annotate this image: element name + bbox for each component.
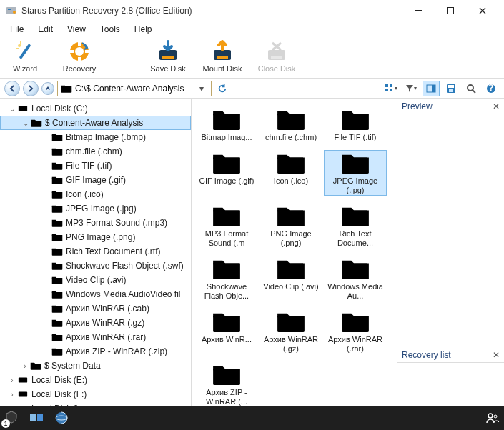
tree-item[interactable]: Архив WinRAR (.gz) xyxy=(0,316,191,330)
save-disk-label: Save Disk xyxy=(150,64,186,73)
recovery-button[interactable]: Recovery xyxy=(59,39,100,77)
people-icon[interactable] xyxy=(485,411,500,425)
folder-item[interactable]: File TIF (.tif) xyxy=(325,107,386,142)
tree-system-data[interactable]: ›$ System Data xyxy=(0,359,191,373)
taskbar-app-2[interactable] xyxy=(29,411,44,424)
svg-rect-3 xyxy=(8,9,11,10)
toolbar: Wizard Recovery Save Disk Mount Disk Clo… xyxy=(0,37,504,79)
folder-item[interactable]: Shockwave Flash Obje... xyxy=(196,256,257,301)
tree-item[interactable]: Bitmap Image (.bmp) xyxy=(0,130,191,144)
close-disk-button: Close Disk xyxy=(256,39,297,77)
tree-local-f[interactable]: ›Local Disk (F:) xyxy=(0,387,191,401)
taskbar[interactable]: 1 xyxy=(0,406,504,430)
tree-item[interactable]: MP3 Format Sound (.mp3) xyxy=(0,216,191,230)
svg-rect-14 xyxy=(85,50,89,53)
folder-item[interactable]: PNG Image (.png) xyxy=(260,204,322,248)
svg-point-38 xyxy=(494,415,497,418)
maximize-button[interactable] xyxy=(434,0,466,21)
folder-icon xyxy=(212,256,242,281)
taskbar-app-3[interactable] xyxy=(54,411,69,425)
tree-item[interactable]: Архив WinRAR (.rar) xyxy=(0,330,191,344)
menu-file[interactable]: File xyxy=(4,23,29,36)
address-input[interactable] xyxy=(75,84,195,94)
svg-rect-33 xyxy=(30,414,36,421)
tree-item[interactable]: JPEG Image (.jpg) xyxy=(0,201,191,216)
svg-point-37 xyxy=(488,414,493,418)
nav-forward-button[interactable] xyxy=(23,81,39,96)
view-options-button[interactable]: ▾ xyxy=(382,81,400,96)
svg-rect-6 xyxy=(447,7,453,14)
folder-item[interactable]: Windows Media Au... xyxy=(325,256,386,301)
preview-toggle-button[interactable] xyxy=(423,81,440,96)
tree-item[interactable]: Video Clip (.avi) xyxy=(0,273,191,287)
taskbar-app-1[interactable]: 1 xyxy=(4,410,19,426)
svg-rect-7 xyxy=(19,44,31,59)
folder-icon xyxy=(212,309,242,334)
tree-item[interactable]: chm.file (.chm) xyxy=(0,144,191,159)
folder-item[interactable]: Icon (.ico) xyxy=(260,151,322,195)
tree-item[interactable]: Rich Text Document (.rtf) xyxy=(0,244,191,259)
recovery-list-label: Recovery list xyxy=(402,350,451,360)
folder-item[interactable]: Архив WinRAR (.rar) xyxy=(325,309,386,354)
address-dropdown[interactable]: ▾ xyxy=(195,84,208,94)
save-layout-button[interactable] xyxy=(443,81,460,96)
recovery-list-close-icon[interactable]: ✕ xyxy=(493,350,500,360)
folder-item[interactable]: JPEG Image (.jpg) xyxy=(325,151,386,195)
tree-local-c[interactable]: ⌄Local Disk (C:) xyxy=(0,101,191,116)
folder-item[interactable]: Архив ZIP - WinRAR (... xyxy=(196,362,257,406)
content-view[interactable]: Bitmap Imag...chm.file (.chm)File TIF (.… xyxy=(192,99,397,406)
folder-item[interactable]: Архив WinR... xyxy=(196,309,257,354)
tree-item[interactable]: GIF Image (.gif) xyxy=(0,173,191,187)
tree-content-aware[interactable]: ⌄$ Content-Aware Analysis xyxy=(0,116,191,130)
folder-icon xyxy=(276,107,306,131)
tree-panel[interactable]: ⌄Local Disk (C:) ⌄$ Content-Aware Analys… xyxy=(0,99,192,406)
folder-icon xyxy=(340,151,370,175)
folder-icon xyxy=(340,204,370,228)
tree-item[interactable]: Архив ZIP - WinRAR (.zip) xyxy=(0,344,191,359)
folder-item[interactable]: Rich Text Docume... xyxy=(325,204,386,248)
folder-icon xyxy=(212,107,242,131)
menu-edit[interactable]: Edit xyxy=(32,23,59,36)
address-input-wrap[interactable]: ▾ xyxy=(57,81,212,96)
folder-item[interactable]: Архив WinRAR (.gz) xyxy=(260,309,322,354)
mount-disk-button[interactable]: Mount Disk xyxy=(202,39,243,77)
nav-back-button[interactable] xyxy=(4,81,20,96)
refresh-button[interactable] xyxy=(214,81,230,96)
wizard-button[interactable]: Wizard xyxy=(4,39,46,77)
help-button[interactable]: ? xyxy=(483,81,500,96)
save-disk-button[interactable]: Save Disk xyxy=(147,39,189,77)
wand-icon xyxy=(14,40,36,63)
close-button[interactable] xyxy=(466,0,498,21)
folder-item[interactable]: Bitmap Imag... xyxy=(196,107,257,142)
folder-item[interactable]: MP3 Format Sound (.m xyxy=(196,204,257,248)
svg-rect-13 xyxy=(69,50,74,53)
search-button[interactable] xyxy=(463,81,480,96)
filter-button[interactable]: ▾ xyxy=(402,81,420,96)
folder-item[interactable]: Video Clip (.avi) xyxy=(260,256,322,301)
menu-tools[interactable]: Tools xyxy=(94,23,126,36)
folder-item[interactable]: chm.file (.chm) xyxy=(260,107,322,142)
tree-item[interactable]: File TIF (.tif) xyxy=(0,159,191,173)
preview-close-icon[interactable]: ✕ xyxy=(493,101,500,111)
svg-rect-34 xyxy=(37,414,43,421)
tree-item[interactable]: Windows Media AudioVideo fil xyxy=(0,287,191,301)
tree-item[interactable]: Архив WinRAR (.cab) xyxy=(0,301,191,316)
tree-local-e[interactable]: ›Local Disk (E:) xyxy=(0,373,191,387)
wizard-label: Wizard xyxy=(13,64,37,73)
tree-item[interactable]: Shockwave Flash Object (.swf) xyxy=(0,259,191,273)
svg-rect-21 xyxy=(385,84,388,87)
menu-view[interactable]: View xyxy=(61,23,92,36)
minimize-button[interactable] xyxy=(402,0,434,21)
folder-icon xyxy=(340,107,370,131)
menu-help[interactable]: Help xyxy=(129,23,158,36)
folder-icon xyxy=(340,256,370,281)
folder-item[interactable]: GIF Image (.gif) xyxy=(196,151,257,195)
svg-rect-29 xyxy=(449,89,453,92)
svg-rect-22 xyxy=(390,84,392,87)
svg-rect-26 xyxy=(432,85,435,92)
menubar: File Edit View Tools Help xyxy=(0,21,504,37)
folder-icon xyxy=(61,84,72,94)
nav-up-button[interactable] xyxy=(41,82,54,95)
tree-item[interactable]: PNG Image (.png) xyxy=(0,230,191,244)
tree-item[interactable]: Icon (.ico) xyxy=(0,187,191,201)
